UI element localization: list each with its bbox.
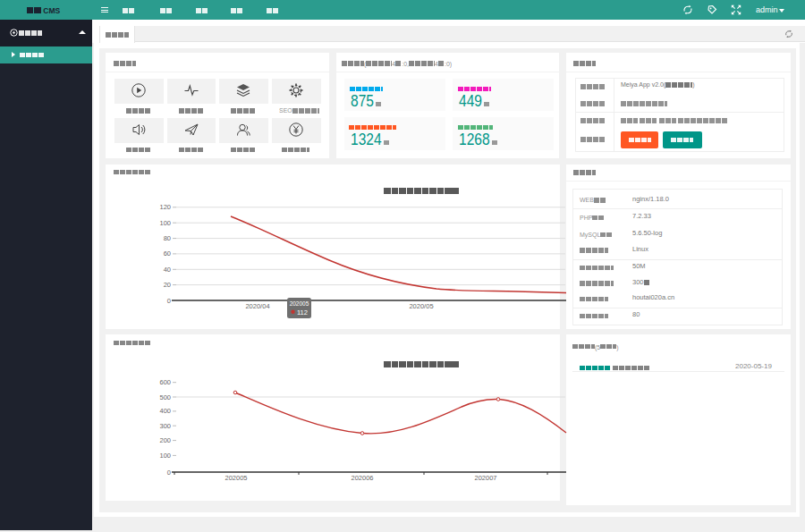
svg-text:200: 200 [159,436,171,444]
svg-text:2020/05: 2020/05 [409,302,433,310]
svg-text:202006: 202006 [351,474,373,482]
svg-text:202005: 202005 [225,474,247,482]
svg-text:100: 100 [159,219,171,227]
svg-text:400: 400 [159,407,171,415]
svg-text:600: 600 [159,378,171,386]
svg-text:20: 20 [164,281,171,289]
svg-text:0: 0 [167,469,171,477]
svg-text:100: 100 [159,452,171,460]
svg-text:112: 112 [297,308,308,317]
svg-text:202005: 202005 [290,300,309,307]
svg-text:202007: 202007 [474,474,496,482]
svg-text:120: 120 [159,203,171,211]
svg-text:0: 0 [167,297,171,305]
svg-text:2020/04: 2020/04 [245,302,269,310]
svg-text:80: 80 [164,234,171,242]
svg-text:60: 60 [164,249,171,258]
svg-text:300: 300 [159,422,171,430]
svg-text:500: 500 [159,393,171,401]
svg-text:40: 40 [164,266,171,274]
